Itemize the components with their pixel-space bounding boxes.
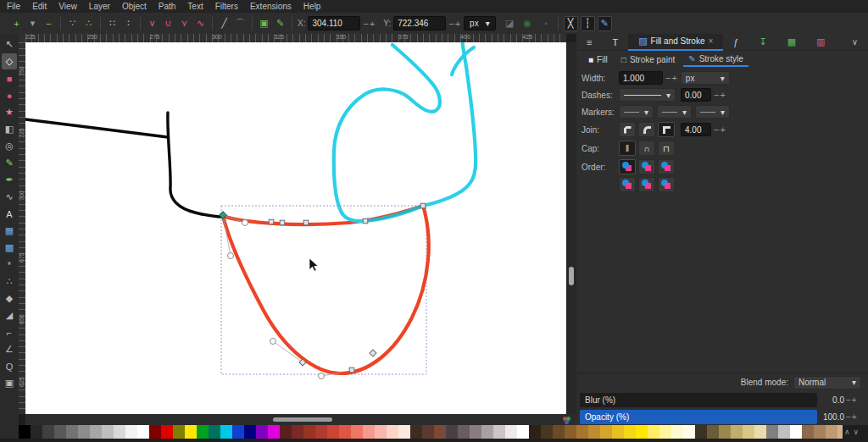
palette-swatch[interactable] [600,425,612,439]
palette-swatch[interactable] [387,425,398,439]
bezier-handle[interactable] [270,339,276,345]
text-tool[interactable]: A [2,206,17,222]
palette-swatch[interactable] [434,425,446,439]
dash-offset-steppers[interactable]: −+ [711,90,729,100]
palette-swatch[interactable] [114,425,125,439]
palette-swatch[interactable] [292,425,303,439]
palette-swatch[interactable] [624,425,636,439]
palette-swatch[interactable] [90,425,102,439]
palette-swatch[interactable] [826,425,837,439]
vertical-ruler[interactable]: 750725700675650625 [19,42,25,414]
auto-smooth-node-button[interactable]: ∿ [193,16,208,31]
ellipse-tool[interactable]: ● [2,87,17,103]
palette-swatch[interactable] [398,425,410,439]
palette-swatch[interactable] [209,425,220,439]
canvas-horizontal-scrollbar[interactable] [25,414,576,425]
palette-swatch[interactable] [268,425,280,439]
palette-swatch[interactable] [636,425,648,439]
gradient-tool[interactable]: ▦ [2,223,17,239]
palette-swatch[interactable] [19,425,31,439]
star-tool[interactable]: ★ [2,104,17,120]
palette-swatch[interactable] [363,425,375,439]
menu-item-text[interactable]: Text [187,2,203,11]
square-cap-button[interactable]: ⊓ [658,141,675,156]
path-node-smooth[interactable] [370,350,376,356]
palette-swatch[interactable] [565,425,576,439]
palette-swatch[interactable] [161,425,173,439]
make-curve-button[interactable]: ⌒ [233,16,248,31]
width-unit-dropdown[interactable]: px ▾ [681,71,730,85]
join-nodes-button[interactable]: ∴ [81,16,96,31]
y-coordinate-input[interactable]: 722.346 [393,16,446,30]
edit-mask-button[interactable]: ◉ [520,16,535,31]
mid-marker-dropdown[interactable]: ▾ [657,105,692,119]
palette-swatch[interactable] [719,425,731,439]
palette-swatch[interactable] [66,425,78,439]
palette-swatch[interactable] [410,425,422,439]
tab-fill[interactable]: ■ Fill [583,53,613,66]
path-node[interactable] [269,219,274,224]
palette-swatch[interactable] [612,425,624,439]
palette-swatch[interactable] [256,425,268,439]
palette-swatch[interactable] [814,425,826,439]
selector-tool[interactable]: ↖ [2,36,17,52]
black-curve-horizontal[interactable] [25,119,168,137]
order-stroke-fill-markers-button[interactable] [638,159,655,174]
zoom-tool[interactable]: Q [2,358,17,374]
palette-swatch[interactable] [529,425,541,439]
order-markers-fill-stroke-button[interactable] [658,159,675,174]
tab-path-effects[interactable]: ƒ [723,34,748,51]
eraser-tool[interactable]: ◢ [2,307,17,323]
cyan-curve-right[interactable] [423,42,476,206]
width-input[interactable]: 1.000 [619,71,663,85]
menu-item-filters[interactable]: Filters [215,2,238,11]
pencil-tool[interactable]: ✎ [2,155,17,171]
palette-swatch[interactable] [470,425,481,439]
tab-transparency[interactable]: ▦ [777,34,806,51]
palette-swatch[interactable] [576,425,588,439]
path-node[interactable] [280,220,285,225]
palette-swatch[interactable] [185,425,197,439]
palette-swatch[interactable] [232,425,244,439]
insert-node-button[interactable]: + [9,16,24,31]
palette-swatch[interactable] [125,425,137,439]
units-dropdown[interactable]: px ▾ [464,16,496,30]
object-to-path-button[interactable]: ▣ [257,16,271,31]
horizontal-ruler[interactable]: 225250275300325350375400425 [25,34,566,42]
palette-swatch[interactable] [280,425,292,439]
palette-swatch[interactable] [743,425,754,439]
tab-fill-and-stroke-close-icon[interactable]: × [708,36,713,46]
path-node[interactable] [420,203,426,208]
show-outline-toggle[interactable]: ✎ [598,16,612,31]
symmetric-node-button[interactable]: ⋎ [177,16,192,31]
palette-swatch[interactable] [541,425,553,439]
canvas[interactable] [25,42,566,414]
menu-item-view[interactable]: View [58,2,77,11]
node-tool[interactable]: ◇ [2,53,17,69]
tab-export[interactable]: ↧ [748,34,776,51]
bezier-handle[interactable] [228,253,234,259]
palette-swatch[interactable] [695,425,707,439]
palette-swatch[interactable] [446,425,458,439]
opacity-slider[interactable]: Opacity (%) [580,410,817,424]
x-coordinate-input[interactable]: 304.110 [308,16,360,30]
end-marker-dropdown[interactable]: ▾ [695,105,730,119]
menu-item-layer[interactable]: Layer [89,2,110,11]
box-3d-tool[interactable]: ◧ [2,121,17,137]
connector-tool[interactable]: ⌐ [2,324,17,340]
palette-scroll-down-icon[interactable]: ∨ [854,428,860,436]
order-markers-stroke-fill-button[interactable] [658,177,675,192]
stroke-to-path-button[interactable]: ✎ [273,16,287,31]
start-marker-dropdown[interactable]: ▾ [619,105,654,119]
dock-menu-button[interactable]: ∨ [842,34,868,51]
palette-swatch[interactable] [754,425,766,439]
blend-mode-dropdown[interactable]: Normal ▾ [793,376,861,390]
round-join-button[interactable] [638,122,655,137]
palette-swatch[interactable] [102,425,114,439]
tab-text[interactable]: T [602,34,628,51]
palette-swatch[interactable] [149,425,161,439]
palette-swatch[interactable] [339,425,351,439]
menu-item-edit[interactable]: Edit [32,2,47,11]
edit-clip-button[interactable]: ◪ [503,16,517,31]
red-selected-path[interactable] [223,206,429,373]
